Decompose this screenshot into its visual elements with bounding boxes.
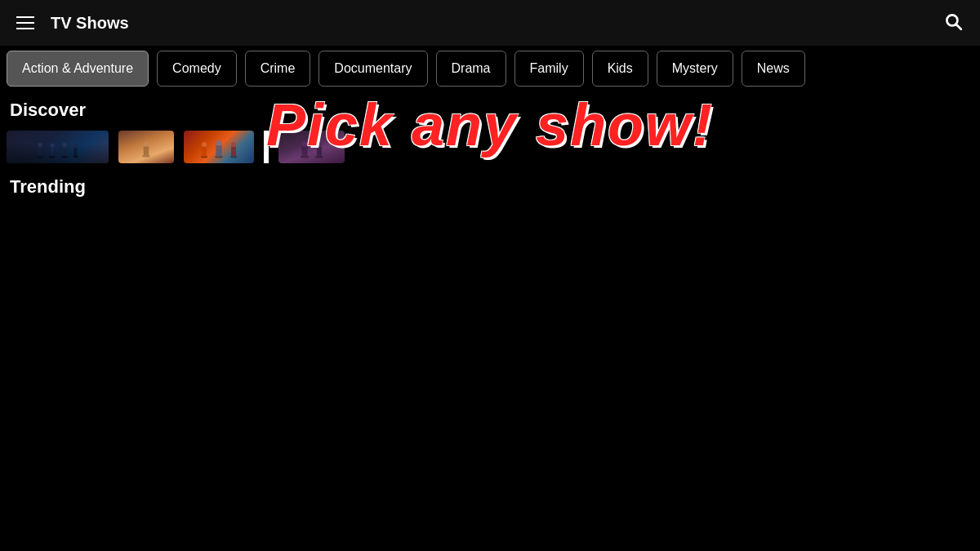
show-thumb-peacemaker [184,131,254,163]
genre-btn-kids[interactable]: Kids [592,51,648,87]
genre-btn-action[interactable]: Action & Adventure [7,51,149,87]
svg-point-20 [216,140,222,146]
svg-point-6 [62,156,68,158]
genre-btn-mystery[interactable]: Mystery [657,51,733,87]
svg-rect-13 [144,146,149,156]
show-card-bobafett[interactable]: The Book of Boba Fett 2021-12-29 [264,131,269,163]
svg-rect-34 [301,146,307,157]
main-content: Discover [0,91,980,207]
show-card-peacemaker[interactable]: Peacemaker 2022-01-13 [184,131,254,163]
show-card-allofusdead[interactable]: All of Us Are Dead 2022-01-28 [7,131,109,163]
discover-section-title: Discover [7,100,980,121]
show-thumb-allofusdead [7,131,109,163]
hamburger-menu-icon[interactable] [16,16,34,29]
show-card-euphoria[interactable]: Euphoria 2019-06-16 [118,131,175,163]
svg-point-0 [38,156,43,158]
svg-rect-19 [216,145,222,157]
svg-rect-16 [202,146,207,156]
svg-point-11 [74,144,78,148]
search-icon[interactable] [942,11,964,35]
svg-point-9 [74,156,78,158]
svg-point-2 [38,143,42,147]
genre-btn-comedy[interactable]: Comedy [157,51,237,87]
page-title: TV Shows [51,14,129,33]
genre-btn-family[interactable]: Family [514,51,584,87]
svg-point-38 [317,142,322,147]
show-thumb-euphoria [118,131,175,163]
genre-btn-drama[interactable]: Drama [436,51,506,87]
header: TV Shows [0,0,980,46]
discover-shows-row: All of Us Are Dead 2022-01-28 Euphoria 2… [7,131,980,163]
genre-btn-crime[interactable]: Crime [245,51,311,87]
genre-btn-documentary[interactable]: Documentary [318,51,427,87]
trending-section-title: Trending [7,176,980,198]
header-left: TV Shows [16,14,129,33]
svg-point-35 [302,141,308,147]
genre-bar: Action & Adventure Comedy Crime Document… [0,46,980,91]
svg-point-5 [51,144,55,148]
genre-btn-news[interactable]: News [742,51,805,87]
show-card-darkdesire[interactable]: Dark Desire 2020-07-15 [278,131,345,163]
svg-rect-4 [51,148,55,157]
svg-point-8 [63,143,67,147]
svg-rect-7 [63,147,67,156]
svg-point-14 [144,142,149,147]
svg-rect-10 [74,148,78,157]
svg-point-23 [231,142,236,147]
svg-rect-22 [231,146,236,156]
svg-point-17 [202,142,207,147]
svg-rect-1 [38,147,42,156]
svg-rect-37 [317,146,322,156]
show-thumb-darkdesire [278,131,345,163]
svg-point-3 [50,156,56,158]
